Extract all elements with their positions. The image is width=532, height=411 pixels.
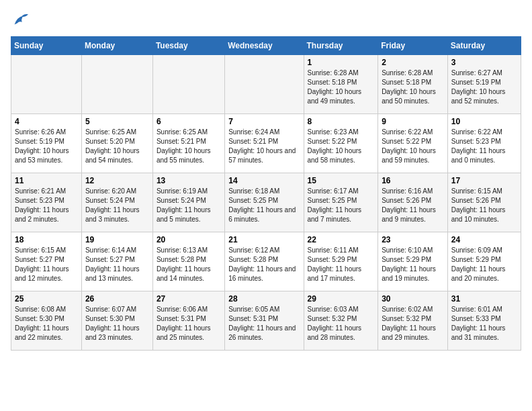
calendar-cell: 30Sunrise: 6:02 AMSunset: 5:32 PMDayligh…: [378, 291, 448, 351]
day-number: 23: [382, 235, 444, 244]
day-number: 11: [15, 176, 78, 185]
day-number: 13: [157, 176, 221, 185]
day-number: 10: [451, 117, 517, 126]
day-info: Sunrise: 6:25 AMSunset: 5:21 PMDaylight:…: [157, 128, 221, 165]
calendar-cell: 17Sunrise: 6:15 AMSunset: 5:26 PMDayligh…: [447, 173, 521, 232]
calendar-cell: 25Sunrise: 6:08 AMSunset: 5:30 PMDayligh…: [11, 291, 82, 351]
day-number: 27: [157, 294, 221, 304]
day-info: Sunrise: 6:09 AMSunset: 5:29 PMDaylight:…: [451, 246, 517, 283]
day-info: Sunrise: 6:17 AMSunset: 5:25 PMDaylight:…: [308, 187, 375, 224]
day-number: 17: [451, 176, 517, 185]
day-info: Sunrise: 6:22 AMSunset: 5:23 PMDaylight:…: [451, 128, 517, 165]
day-info: Sunrise: 6:19 AMSunset: 5:24 PMDaylight:…: [157, 187, 221, 224]
day-number: 18: [15, 235, 78, 244]
day-number: 14: [228, 176, 300, 185]
day-info: Sunrise: 6:02 AMSunset: 5:32 PMDaylight:…: [382, 305, 444, 342]
calendar-cell: 15Sunrise: 6:17 AMSunset: 5:25 PMDayligh…: [304, 173, 378, 232]
day-info: Sunrise: 6:23 AMSunset: 5:22 PMDaylight:…: [308, 128, 375, 165]
day-info: Sunrise: 6:05 AMSunset: 5:31 PMDaylight:…: [228, 305, 300, 342]
day-number: 25: [15, 294, 78, 304]
calendar-cell: 14Sunrise: 6:18 AMSunset: 5:25 PMDayligh…: [225, 173, 304, 232]
calendar-week-row: 4Sunrise: 6:26 AMSunset: 5:19 PMDaylight…: [11, 114, 521, 173]
day-info: Sunrise: 6:25 AMSunset: 5:20 PMDaylight:…: [85, 128, 149, 165]
weekday-header-monday: Monday: [81, 37, 152, 55]
calendar-cell: 4Sunrise: 6:26 AMSunset: 5:19 PMDaylight…: [11, 114, 82, 173]
calendar-cell: 10Sunrise: 6:22 AMSunset: 5:23 PMDayligh…: [447, 114, 521, 173]
calendar-cell: 9Sunrise: 6:22 AMSunset: 5:22 PMDaylight…: [378, 114, 448, 173]
day-info: Sunrise: 6:08 AMSunset: 5:30 PMDaylight:…: [15, 305, 78, 342]
day-number: 9: [382, 117, 444, 126]
calendar-week-row: 11Sunrise: 6:21 AMSunset: 5:23 PMDayligh…: [11, 173, 521, 232]
logo: [11, 11, 32, 30]
calendar-cell: [11, 55, 82, 114]
weekday-header-friday: Friday: [378, 37, 448, 55]
weekday-header-thursday: Thursday: [304, 37, 378, 55]
day-number: 3: [451, 58, 517, 67]
logo-bird-icon: [11, 11, 30, 30]
day-info: Sunrise: 6:26 AMSunset: 5:19 PMDaylight:…: [15, 128, 78, 165]
calendar-cell: 22Sunrise: 6:11 AMSunset: 5:29 PMDayligh…: [304, 232, 378, 291]
day-info: Sunrise: 6:15 AMSunset: 5:27 PMDaylight:…: [15, 246, 78, 283]
calendar-week-row: 18Sunrise: 6:15 AMSunset: 5:27 PMDayligh…: [11, 232, 521, 291]
day-number: 21: [228, 235, 300, 244]
day-number: 26: [85, 294, 149, 304]
day-info: Sunrise: 6:11 AMSunset: 5:29 PMDaylight:…: [308, 246, 375, 283]
calendar-cell: 26Sunrise: 6:07 AMSunset: 5:30 PMDayligh…: [81, 291, 152, 351]
calendar-cell: 21Sunrise: 6:12 AMSunset: 5:28 PMDayligh…: [225, 232, 304, 291]
calendar-cell: 2Sunrise: 6:28 AMSunset: 5:18 PMDaylight…: [378, 55, 448, 114]
day-number: 7: [228, 117, 300, 126]
day-number: 28: [228, 294, 300, 304]
weekday-header-saturday: Saturday: [447, 37, 521, 55]
day-info: Sunrise: 6:07 AMSunset: 5:30 PMDaylight:…: [85, 305, 149, 342]
weekday-header-row: SundayMondayTuesdayWednesdayThursdayFrid…: [11, 37, 521, 55]
calendar-cell: 11Sunrise: 6:21 AMSunset: 5:23 PMDayligh…: [11, 173, 82, 232]
calendar-cell: 31Sunrise: 6:01 AMSunset: 5:33 PMDayligh…: [447, 291, 521, 351]
calendar-cell: 28Sunrise: 6:05 AMSunset: 5:31 PMDayligh…: [225, 291, 304, 351]
calendar-cell: 7Sunrise: 6:24 AMSunset: 5:21 PMDaylight…: [225, 114, 304, 173]
day-number: 20: [157, 235, 221, 244]
day-info: Sunrise: 6:28 AMSunset: 5:18 PMDaylight:…: [382, 68, 444, 106]
day-info: Sunrise: 6:12 AMSunset: 5:28 PMDaylight:…: [228, 246, 300, 283]
calendar-cell: 24Sunrise: 6:09 AMSunset: 5:29 PMDayligh…: [447, 232, 521, 291]
day-info: Sunrise: 6:22 AMSunset: 5:22 PMDaylight:…: [382, 128, 444, 165]
day-info: Sunrise: 6:18 AMSunset: 5:25 PMDaylight:…: [228, 187, 300, 224]
day-number: 16: [382, 176, 444, 185]
day-number: 31: [451, 294, 517, 304]
day-info: Sunrise: 6:01 AMSunset: 5:33 PMDaylight:…: [451, 305, 517, 342]
day-number: 2: [382, 58, 444, 67]
day-number: 1: [308, 58, 375, 67]
day-number: 12: [85, 176, 149, 185]
day-number: 22: [308, 235, 375, 244]
day-number: 29: [308, 294, 375, 304]
calendar-cell: 16Sunrise: 6:16 AMSunset: 5:26 PMDayligh…: [378, 173, 448, 232]
calendar-week-row: 25Sunrise: 6:08 AMSunset: 5:30 PMDayligh…: [11, 291, 521, 351]
day-number: 8: [308, 117, 375, 126]
day-number: 6: [157, 117, 221, 126]
day-info: Sunrise: 6:14 AMSunset: 5:27 PMDaylight:…: [85, 246, 149, 283]
calendar-cell: 20Sunrise: 6:13 AMSunset: 5:28 PMDayligh…: [152, 232, 224, 291]
day-info: Sunrise: 6:13 AMSunset: 5:28 PMDaylight:…: [157, 246, 221, 283]
day-info: Sunrise: 6:06 AMSunset: 5:31 PMDaylight:…: [157, 305, 221, 342]
calendar-cell: 19Sunrise: 6:14 AMSunset: 5:27 PMDayligh…: [81, 232, 152, 291]
day-number: 19: [85, 235, 149, 244]
calendar-cell: 12Sunrise: 6:20 AMSunset: 5:24 PMDayligh…: [81, 173, 152, 232]
day-number: 24: [451, 235, 517, 244]
calendar-cell: 29Sunrise: 6:03 AMSunset: 5:32 PMDayligh…: [304, 291, 378, 351]
day-info: Sunrise: 6:27 AMSunset: 5:19 PMDaylight:…: [451, 68, 517, 106]
weekday-header-wednesday: Wednesday: [225, 37, 304, 55]
calendar-cell: 27Sunrise: 6:06 AMSunset: 5:31 PMDayligh…: [152, 291, 224, 351]
calendar-cell: 6Sunrise: 6:25 AMSunset: 5:21 PMDaylight…: [152, 114, 224, 173]
calendar-cell: 13Sunrise: 6:19 AMSunset: 5:24 PMDayligh…: [152, 173, 224, 232]
calendar-table: SundayMondayTuesdayWednesdayThursdayFrid…: [11, 36, 521, 351]
day-number: 30: [382, 294, 444, 304]
day-info: Sunrise: 6:10 AMSunset: 5:29 PMDaylight:…: [382, 246, 444, 283]
day-info: Sunrise: 6:24 AMSunset: 5:21 PMDaylight:…: [228, 128, 300, 165]
day-number: 4: [15, 117, 78, 126]
day-info: Sunrise: 6:21 AMSunset: 5:23 PMDaylight:…: [15, 187, 78, 224]
calendar-cell: 23Sunrise: 6:10 AMSunset: 5:29 PMDayligh…: [378, 232, 448, 291]
day-info: Sunrise: 6:20 AMSunset: 5:24 PMDaylight:…: [85, 187, 149, 224]
day-info: Sunrise: 6:28 AMSunset: 5:18 PMDaylight:…: [308, 68, 375, 106]
day-info: Sunrise: 6:16 AMSunset: 5:26 PMDaylight:…: [382, 187, 444, 224]
weekday-header-tuesday: Tuesday: [152, 37, 224, 55]
calendar-cell: [81, 55, 152, 114]
